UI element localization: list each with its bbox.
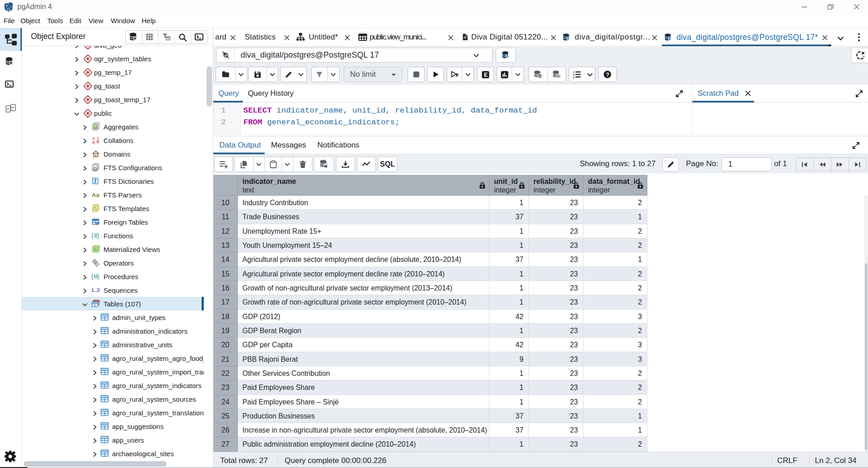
svg-text:}: } <box>97 232 99 239</box>
svg-text:Aa: Aa <box>92 192 99 198</box>
svg-text:{: { <box>91 273 94 280</box>
svg-text:3: 3 <box>573 76 575 79</box>
svg-text:{: { <box>91 232 94 239</box>
svg-text:1..3: 1..3 <box>91 287 99 293</box>
svg-text:E: E <box>484 72 488 78</box>
svg-text:B: B <box>92 140 95 145</box>
svg-text:?: ? <box>606 71 609 78</box>
